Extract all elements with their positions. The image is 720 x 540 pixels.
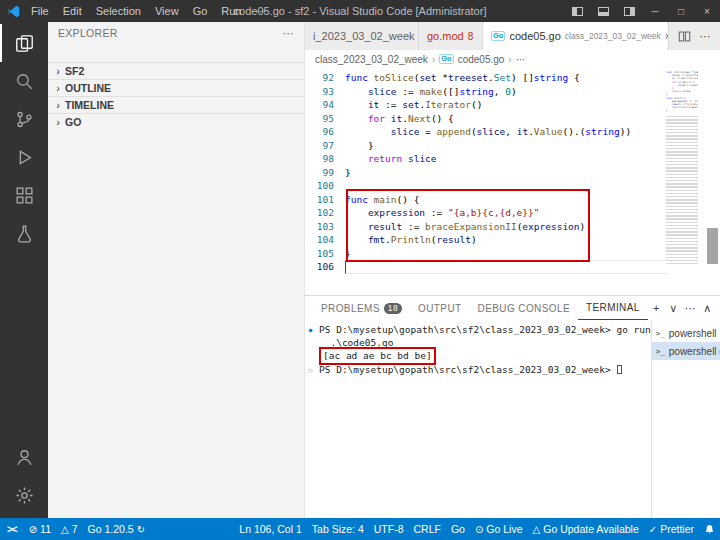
sidebar-section-timeline[interactable]: ›TIMELINE <box>48 96 304 113</box>
window-controls: ─□× <box>642 0 720 22</box>
menu-item[interactable]: View <box>148 0 186 22</box>
run-debug-icon[interactable] <box>0 138 48 176</box>
terminal-text: PS D:\mysetup\gopath\src\sf2\class_2023_… <box>316 323 651 336</box>
marker-spacer <box>305 349 316 362</box>
menu-item[interactable]: Go <box>186 0 215 22</box>
sidebar-section-outline[interactable]: ›OUTLINE <box>48 79 304 96</box>
sidebar-section-go[interactable]: ›GO <box>48 113 304 130</box>
more-actions-icon[interactable]: ⋯ <box>283 27 294 40</box>
terminal-cursor <box>617 365 622 374</box>
go-version[interactable]: Go 1.20.5↻ <box>83 518 151 540</box>
toggle-sidebar-icon[interactable] <box>564 0 590 22</box>
panel-tab-debug-console[interactable]: DEBUG CONSOLE <box>470 296 578 320</box>
launch-profile-icon[interactable]: ∨ <box>665 302 682 315</box>
eol[interactable]: CRLF <box>409 518 446 540</box>
panel-tab-terminal[interactable]: TERMINAL <box>578 296 648 320</box>
encoding[interactable]: UTF-8 <box>369 518 409 540</box>
line-number: 93 <box>305 85 345 99</box>
code-line: 102 expression := "{a,b}{c,{d,e}}" <box>305 206 720 220</box>
source-control-icon[interactable] <box>0 100 48 138</box>
remote-indicator[interactable]: >< <box>0 518 24 540</box>
code-line: 103 result := braceExpansionII(expressio… <box>305 220 720 234</box>
tab-strip: i_2023_03_02_weekgo.mod8Gocode05.goclass… <box>305 22 669 50</box>
chevron-right-icon: › <box>508 54 511 65</box>
go-update[interactable]: △Go Update Available <box>528 518 644 540</box>
section-label: TIMELINE <box>65 99 114 111</box>
language-mode[interactable]: Go <box>446 518 470 540</box>
maximize-icon[interactable]: □ <box>668 0 694 22</box>
split-editor-icon[interactable] <box>675 30 693 43</box>
sidebar-section-sf2[interactable]: ›SF2 <box>48 62 304 79</box>
menu-item[interactable]: Run <box>214 0 248 22</box>
close-panel-icon[interactable]: × <box>716 302 720 315</box>
errors-count[interactable]: ⊘11 <box>24 518 56 540</box>
line-number: 94 <box>305 98 345 112</box>
terminal-list-item[interactable]: >_powershell cla… <box>652 342 720 360</box>
search-icon[interactable] <box>0 62 48 100</box>
code-text: result := braceExpansionII(expression) <box>345 220 668 234</box>
panel-tab-output[interactable]: OUTPUT <box>410 296 470 320</box>
menu-item[interactable]: ⋯ <box>249 0 274 22</box>
chevron-right-icon: › <box>432 54 435 65</box>
cursor-position[interactable]: Ln 106, Col 1 <box>234 518 306 540</box>
more-actions-icon[interactable]: ⋯ <box>696 30 714 43</box>
menu-item[interactable]: File <box>24 0 56 22</box>
tab-label: go.mod <box>427 30 464 42</box>
code-text <box>345 260 668 274</box>
breadcrumb-item[interactable]: class_2023_03_02_week <box>315 54 428 65</box>
terminal-line: ○PS D:\mysetup\gopath\src\sf2\class_2023… <box>305 363 651 376</box>
scrollbar-thumb[interactable] <box>707 228 718 264</box>
testing-icon[interactable] <box>0 214 48 252</box>
editor[interactable]: 92func toSlice(set *treeset.Set) []strin… <box>305 68 720 295</box>
go-live[interactable]: ⊙Go Live <box>470 518 528 540</box>
line-number: 96 <box>305 125 345 139</box>
code-text: } <box>345 166 668 180</box>
warnings-count[interactable]: △7 <box>56 518 83 540</box>
explorer-icon[interactable] <box>0 24 48 62</box>
breadcrumb-item[interactable]: ⋯ <box>516 54 526 65</box>
panel-tab-problems[interactable]: PROBLEMS18 <box>313 296 410 320</box>
sidebar-sections: ›SF2›OUTLINE›TIMELINE›GO <box>48 62 304 130</box>
code-text: func toSlice(set *treeset.Set) []string … <box>345 71 668 85</box>
section-label: OUTLINE <box>65 82 111 94</box>
breadcrumb-item[interactable]: code05.go <box>458 54 505 65</box>
settings-icon[interactable] <box>0 476 48 514</box>
command-marker-icon: ● <box>305 323 316 336</box>
code-text: fmt.Println(result) <box>345 233 668 247</box>
code-text <box>345 179 668 193</box>
code-line: 96 slice = append(slice, it.Value().(str… <box>305 125 720 139</box>
account-icon[interactable] <box>0 438 48 476</box>
toggle-panel-icon[interactable] <box>590 0 616 22</box>
panel-body: ●PS D:\mysetup\gopath\src\sf2\class_2023… <box>305 320 720 518</box>
close-icon[interactable]: × <box>694 0 720 22</box>
new-terminal-icon[interactable]: + <box>648 302 665 315</box>
command-marker-icon: ○ <box>305 363 316 376</box>
minimize-icon[interactable]: ─ <box>642 0 668 22</box>
terminal-output[interactable]: ●PS D:\mysetup\gopath\src\sf2\class_2023… <box>305 320 651 518</box>
line-number: 101 <box>305 193 345 207</box>
editor-tab[interactable]: Gocode05.goclass_2023_03_02_week× <box>483 22 669 50</box>
extensions-icon[interactable] <box>0 176 48 214</box>
chevron-right-icon: › <box>51 82 65 94</box>
activity-bar-bottom <box>0 438 48 514</box>
editor-tab[interactable]: i_2023_03_02_week <box>305 22 419 50</box>
menu-item[interactable]: Edit <box>56 0 89 22</box>
title-bar: FileEditSelectionViewGoRun⋯ code05.go - … <box>0 0 720 22</box>
remote-icon: >< <box>7 524 17 535</box>
activity-bar <box>0 22 48 518</box>
tab-label: i_2023_03_02_week <box>313 30 415 42</box>
warning-icon: △ <box>61 524 69 535</box>
notifications[interactable] <box>699 518 720 540</box>
line-number: 102 <box>305 206 345 220</box>
close-icon[interactable]: × <box>665 30 669 42</box>
tab-size[interactable]: Tab Size: 4 <box>307 518 369 540</box>
prettier[interactable]: ✓Prettier <box>644 518 699 540</box>
terminal-list-item[interactable]: >_powershell <box>652 324 720 342</box>
customize-layout-icon[interactable] <box>616 0 642 22</box>
editor-tab[interactable]: go.mod8 <box>419 22 483 50</box>
minimap[interactable]: func toSlice(set *treeset.Set) []string … <box>666 71 698 286</box>
status-bar: ><⊘11△7Go 1.20.5↻ Ln 106, Col 1Tab Size:… <box>0 518 720 540</box>
menu-item[interactable]: Selection <box>89 0 148 22</box>
maximize-panel-icon[interactable]: ∧ <box>699 302 716 315</box>
more-actions-icon[interactable]: ⋯ <box>682 302 699 315</box>
